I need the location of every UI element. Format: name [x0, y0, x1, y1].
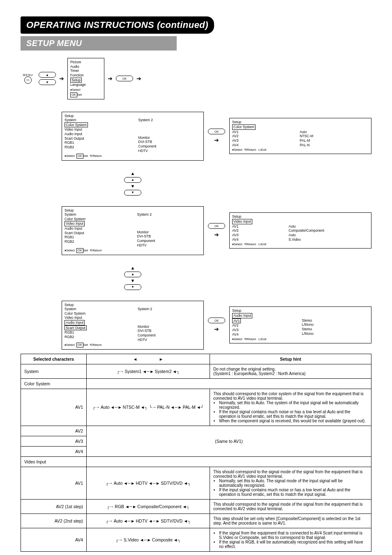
row-label: AV2 (1st step): [21, 499, 87, 514]
row-label: AV2: [21, 426, 87, 436]
flow-arrow-icon: ➔: [136, 75, 141, 82]
section-title: SETUP MENU: [21, 36, 177, 51]
row-label: Video Input: [21, 456, 87, 467]
osd-setup-video-input: Setup System Color System Video Input Au…: [62, 206, 204, 255]
row-label: AV3: [21, 436, 87, 446]
setup-table: Selected characters ◄ ► Setup hint Syste…: [21, 354, 371, 552]
nav-pills: ▲ ▼: [39, 72, 56, 85]
row-cycle: ┌→RGB ◄─► Composite/Component ◄┐: [87, 499, 210, 514]
menu-button-icon: MENU ▭: [21, 74, 35, 84]
row-label: AV1: [21, 467, 87, 499]
row-hint: This should correspond to the color syst…: [210, 389, 371, 426]
row-label: Color System: [21, 378, 87, 389]
row-hint: Do not change the original setting. (Sys…: [210, 364, 371, 378]
table-row: System ┌→System1 ◄─► System2 ◄┐ Do not c…: [21, 364, 371, 378]
up-arrow-icon: ▲: [39, 72, 56, 78]
osd-video-input-detail: Setup Video Input AV1 AV2 AV3 AV4 Auto C…: [229, 212, 371, 248]
table-row: AV1 ┌→ Auto ◄─►HDTV ◄─►SDTV/DVD ◄┐ This …: [21, 467, 371, 499]
row-hint: If the signal from the equipment that is…: [210, 528, 371, 551]
row-hint: (Same to AV1): [87, 426, 371, 456]
osd-setup-color-system: Setup System Color System Video Input Au…: [62, 112, 204, 161]
table-row: Color System: [21, 378, 371, 389]
osd-setup-audio-input: Setup System Color System Video Input Au…: [62, 301, 204, 350]
down-arrow-icon: ▼: [124, 190, 141, 196]
table-row: Video Input: [21, 456, 371, 467]
header-selected: Selected characters: [21, 354, 87, 364]
row-label: AV4: [21, 446, 87, 456]
row-label: AV4: [21, 528, 87, 551]
row-hint: This should correspond to the signal mod…: [210, 499, 371, 514]
up-arrow-icon: ▲: [124, 177, 141, 183]
flow-arrow-icon: ➔: [108, 75, 113, 82]
table-row: AV2 (2nd step) ┌→ Auto ◄─►HDTV ◄─►SDTV/D…: [21, 514, 371, 528]
page-title: OPERATING INSTRUCTIONS (continued): [21, 16, 214, 34]
right-arrow-icon: ►: [159, 357, 163, 362]
osd-color-system-detail: Setup Color System AV1 AV2 AV3 AV4 Auto …: [229, 118, 371, 154]
flow-arrow-icon: ➔: [59, 75, 64, 82]
ok-button-icon: OK: [208, 318, 225, 323]
osd-main-menu: Picture Audio Timer Function Setup Langu…: [67, 58, 104, 99]
row-label: System: [21, 364, 87, 378]
down-arrow-icon: ▼: [124, 284, 141, 290]
row-cycle: ┌→System1 ◄─► System2 ◄┐: [87, 364, 210, 378]
header-hint: Setup hint: [210, 354, 371, 364]
left-arrow-icon: ◄: [133, 357, 137, 362]
down-arrow-icon: ▼: [39, 79, 56, 85]
osd-audio-input-detail: Setup Audio Input AV1 AV2 AV3 AV4 Stereo…: [229, 306, 371, 343]
ok-button-icon: OK: [208, 129, 225, 134]
ok-button-icon: OK: [116, 76, 133, 81]
up-arrow-icon: ▲: [124, 272, 141, 277]
row-cycle: ┌→Auto ◄─► NTSC-M◄┐ └→PAL-N ◄─► PAL-M◄┘: [87, 389, 210, 426]
menu-flow-diagram: MENU ▭ ▲ ▼ ➔ Picture Audio Timer Functio…: [21, 58, 371, 350]
row-hint: This step should be set only when [Compo…: [210, 514, 371, 528]
table-row: AV2 (Same to AV1): [21, 426, 371, 436]
row-label: AV2 (2nd step): [21, 514, 87, 528]
row-hint: This should correspond to the signal mod…: [210, 467, 371, 499]
row-label: AV1: [21, 389, 87, 426]
table-row: AV4 ┌→S.Video ◄─► Composite ◄┐ If the si…: [21, 528, 371, 551]
ok-button-icon: OK: [208, 223, 225, 229]
row-cycle: ┌→ Auto ◄─►HDTV ◄─►SDTV/DVD ◄┐: [87, 514, 210, 528]
table-row: AV2 (1st step) ┌→RGB ◄─► Composite/Compo…: [21, 499, 371, 514]
header-arrows: ◄ ►: [87, 354, 210, 364]
row-cycle: ┌→S.Video ◄─► Composite ◄┐: [87, 528, 210, 551]
row-cycle: ┌→ Auto ◄─►HDTV ◄─►SDTV/DVD ◄┐: [87, 467, 210, 499]
table-row: AV1 ┌→Auto ◄─► NTSC-M◄┐ └→PAL-N ◄─► PAL-…: [21, 389, 371, 426]
